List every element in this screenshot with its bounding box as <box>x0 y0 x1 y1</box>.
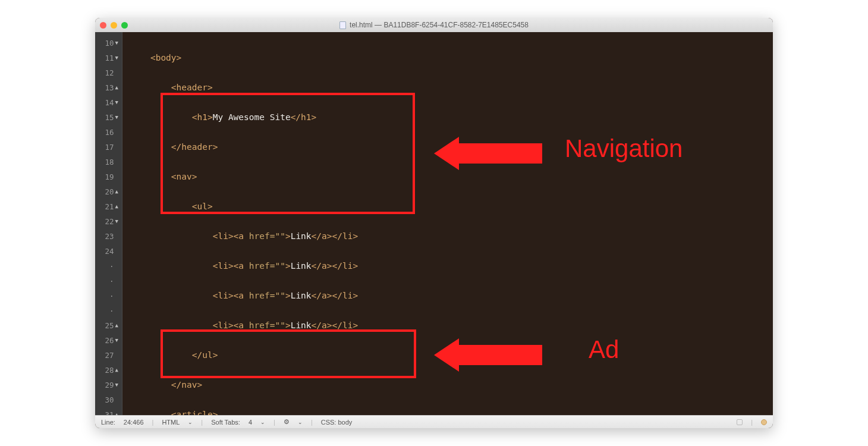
tag-li-close: </li> <box>332 321 358 330</box>
status-dot-icon[interactable] <box>761 419 767 425</box>
link-text: Link <box>291 291 312 300</box>
line-number[interactable]: 25▲ <box>95 318 122 333</box>
line-number[interactable]: 20▲ <box>95 184 122 199</box>
status-breadcrumb[interactable]: CSS: body <box>321 419 353 426</box>
editor-window: tel.html — BA11DB8F-6254-41CF-8582-7E148… <box>95 18 773 428</box>
tag-ul-close: </ul> <box>192 350 218 360</box>
line-number[interactable]: 10▼ <box>95 36 122 51</box>
line-number[interactable]: 29▼ <box>95 378 122 392</box>
titlebar: tel.html — BA11DB8F-6254-41CF-8582-7E148… <box>95 18 773 32</box>
chevron-down-icon[interactable]: ⌄ <box>188 419 193 425</box>
link-text: Link <box>291 321 312 330</box>
chevron-down-icon[interactable]: ⌄ <box>298 419 303 425</box>
tag-a-close: </a> <box>312 291 332 300</box>
tag-a-gt: > <box>285 261 291 271</box>
line-number[interactable]: 24 <box>95 244 122 259</box>
line-number[interactable]: 14▼ <box>95 95 122 110</box>
tag-body-open: <body> <box>150 53 181 62</box>
arrow-body <box>459 143 542 164</box>
window-title: tel.html — BA11DB8F-6254-41CF-8582-7E148… <box>339 21 529 29</box>
tag-li: <li> <box>213 291 234 300</box>
label-navigation: Navigation <box>565 134 683 163</box>
tag-li: <li> <box>213 321 234 330</box>
tag-a: <a <box>234 261 249 271</box>
status-language[interactable]: HTML <box>162 419 180 426</box>
tag-header-open: <header> <box>171 83 213 92</box>
tag-li-close: </li> <box>332 231 358 241</box>
tag-article-open: <article> <box>171 410 218 415</box>
attr-href: href="" <box>249 261 285 271</box>
line-number[interactable]: 27 <box>95 348 122 363</box>
line-number[interactable]: 26▼ <box>95 333 122 348</box>
arrow-body <box>459 345 542 365</box>
h1-text: My Awesome Site <box>213 112 291 122</box>
line-number[interactable]: 17 <box>95 140 122 155</box>
status-line-value[interactable]: 24:466 <box>124 419 144 426</box>
statusbar: Line: 24:466 | HTML ⌄ | Soft Tabs: 4 ⌄ |… <box>95 415 773 428</box>
tag-a-gt: > <box>285 291 291 300</box>
tag-nav-open: <nav> <box>171 172 197 181</box>
tag-a: <a <box>234 291 249 300</box>
line-number[interactable]: 13▲ <box>95 80 122 95</box>
tag-a-gt: > <box>285 231 291 241</box>
document-icon <box>339 21 346 29</box>
close-icon[interactable] <box>100 22 106 29</box>
tag-nav-close: </nav> <box>171 380 202 390</box>
editor-area: 10▼11▼12 13▲14▼15▼16 17 18 19 20▲21▲22▼2… <box>95 32 773 415</box>
minimize-icon[interactable] <box>111 22 117 29</box>
line-number[interactable]: · <box>95 288 122 303</box>
arrow-ad <box>434 338 542 372</box>
status-tab-size[interactable]: 4 <box>249 419 252 426</box>
tag-h1-open: <h1> <box>192 112 213 122</box>
title-label: tel.html — BA11DB8F-6254-41CF-8582-7E148… <box>350 21 529 29</box>
tag-li: <li> <box>213 231 234 241</box>
line-number[interactable]: · <box>95 259 122 274</box>
status-soft-tabs[interactable]: Soft Tabs: <box>211 419 240 426</box>
label-ad: Ad <box>589 335 619 364</box>
arrow-left-icon <box>434 137 459 170</box>
tag-li: <li> <box>213 261 234 271</box>
tag-a-close: </a> <box>312 321 332 330</box>
attr-href: href="" <box>249 291 285 300</box>
gear-icon[interactable]: ⚙ <box>284 418 290 426</box>
line-number[interactable]: 22▼ <box>95 214 122 229</box>
status-line-label: Line: <box>101 419 115 426</box>
arrow-nav <box>434 137 542 170</box>
arrow-left-icon <box>434 338 459 372</box>
line-number[interactable]: 28▲ <box>95 363 122 378</box>
line-number[interactable]: · <box>95 303 122 318</box>
line-number[interactable]: · <box>95 274 122 288</box>
line-number[interactable]: 11▼ <box>95 51 122 65</box>
line-number[interactable]: 23 <box>95 229 122 244</box>
link-text: Link <box>291 231 312 241</box>
line-number[interactable]: 16 <box>95 125 122 140</box>
tag-ul-open: <ul> <box>192 202 213 211</box>
link-text: Link <box>291 261 312 271</box>
tag-li-close: </li> <box>332 261 358 271</box>
attr-href: href="" <box>249 321 285 330</box>
tag-li-close: </li> <box>332 291 358 300</box>
line-number[interactable]: 18 <box>95 155 122 169</box>
traffic-lights <box>100 22 128 29</box>
line-number[interactable]: 12 <box>95 65 122 80</box>
tag-header-close: </header> <box>171 142 218 152</box>
line-number[interactable]: 31▲ <box>95 407 122 415</box>
zoom-icon[interactable] <box>121 22 128 29</box>
tag-a-close: </a> <box>312 231 332 241</box>
line-number[interactable]: 19 <box>95 169 122 184</box>
chevron-down-icon[interactable]: ⌄ <box>260 419 265 425</box>
attr-href: href="" <box>249 231 285 241</box>
line-number[interactable]: 21▲ <box>95 199 122 214</box>
tag-a: <a <box>234 321 249 330</box>
tag-a-close: </a> <box>312 261 332 271</box>
tag-a: <a <box>234 231 249 241</box>
line-number-gutter[interactable]: 10▼11▼12 13▲14▼15▼16 17 18 19 20▲21▲22▼2… <box>95 32 122 415</box>
line-number[interactable]: 15▼ <box>95 110 122 125</box>
scroll-indicator-icon[interactable] <box>737 419 743 425</box>
tag-h1-close: </h1> <box>291 112 317 122</box>
line-number[interactable]: 30 <box>95 392 122 407</box>
tag-a-gt: > <box>285 321 291 330</box>
